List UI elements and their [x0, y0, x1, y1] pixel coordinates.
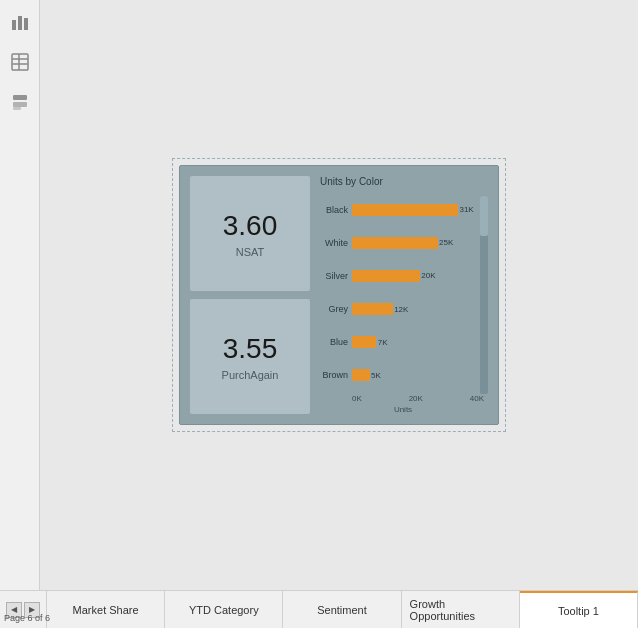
- bar-row: White25K: [318, 234, 488, 252]
- axis-label-20k: 20K: [409, 394, 423, 403]
- bar-value: 7K: [378, 338, 388, 347]
- svg-rect-9: [13, 107, 21, 110]
- sidebar: [0, 0, 40, 590]
- chart-area: Black31KWhite25KSilver20KGrey12KBlue7KBr…: [318, 193, 488, 392]
- purch-again-label: PurchAgain: [222, 369, 279, 381]
- bar-value: 25K: [439, 238, 453, 247]
- chart-axis: 0K 20K 40K: [318, 394, 488, 403]
- chart-scrollbar[interactable]: [480, 196, 488, 394]
- tab-tooltip-1[interactable]: Tooltip 1: [520, 591, 638, 628]
- svg-rect-2: [24, 18, 28, 30]
- bar-fill: [352, 270, 420, 282]
- tab-sentiment[interactable]: Sentiment: [283, 591, 401, 628]
- left-panel: 3.60 NSAT 3.55 PurchAgain: [190, 176, 310, 414]
- bar-label: Black: [318, 205, 348, 215]
- bar-label: Brown: [318, 370, 348, 380]
- bar-chart-icon[interactable]: [8, 10, 32, 34]
- bar-row: Silver20K: [318, 267, 488, 285]
- bar-row: Blue7K: [318, 333, 488, 351]
- axis-label-40k: 40K: [470, 394, 484, 403]
- bar-fill: [352, 336, 376, 348]
- page-label: Page 6 of 6: [4, 613, 50, 623]
- nsat-label: NSAT: [236, 246, 265, 258]
- bar-row: Black31K: [318, 201, 488, 219]
- bar-label: Blue: [318, 337, 348, 347]
- bar-label: White: [318, 238, 348, 248]
- bar-track: 31K: [352, 204, 488, 216]
- svg-rect-7: [13, 95, 27, 100]
- purch-again-value: 3.55: [223, 333, 278, 365]
- bar-fill: [352, 237, 438, 249]
- tab-bar: ◀ ▶ Market Share YTD Category Sentiment …: [0, 590, 638, 628]
- bar-row: Grey12K: [318, 300, 488, 318]
- bar-value: 31K: [459, 205, 473, 214]
- bar-track: 5K: [352, 369, 488, 381]
- bar-track: 12K: [352, 303, 488, 315]
- tab-market-share[interactable]: Market Share: [47, 591, 165, 628]
- page-indicator: Page 6 of 6: [0, 608, 50, 628]
- bar-label: Silver: [318, 271, 348, 281]
- nsat-value: 3.60: [223, 210, 278, 242]
- layers-icon[interactable]: [8, 90, 32, 114]
- svg-rect-8: [13, 102, 27, 107]
- bar-value: 20K: [421, 271, 435, 280]
- main-content: 3.60 NSAT 3.55 PurchAgain Units by Color…: [40, 0, 638, 590]
- svg-rect-1: [18, 16, 22, 30]
- bar-value: 12K: [394, 305, 408, 314]
- table-icon[interactable]: [8, 50, 32, 74]
- chart-scrollbar-thumb: [480, 196, 488, 236]
- nsat-box: 3.60 NSAT: [190, 176, 310, 291]
- tab-ytd-category[interactable]: YTD Category: [165, 591, 283, 628]
- chart-title: Units by Color: [318, 176, 488, 187]
- bar-row: Brown5K: [318, 366, 488, 384]
- units-by-color-chart: Units by Color Black31KWhite25KSilver20K…: [318, 176, 488, 414]
- tab-growth-opportunities[interactable]: Growth Opportunities: [402, 591, 520, 628]
- bar-value: 5K: [371, 371, 381, 380]
- bar-fill: [352, 369, 370, 381]
- bar-fill: [352, 204, 458, 216]
- bar-fill: [352, 303, 393, 315]
- svg-rect-3: [12, 54, 28, 70]
- purch-again-box: 3.55 PurchAgain: [190, 299, 310, 414]
- tooltip-card: 3.60 NSAT 3.55 PurchAgain Units by Color…: [179, 165, 499, 425]
- axis-label-0k: 0K: [352, 394, 362, 403]
- bar-track: 7K: [352, 336, 488, 348]
- svg-rect-0: [12, 20, 16, 30]
- bar-label: Grey: [318, 304, 348, 314]
- axis-title: Units: [318, 405, 488, 414]
- bar-track: 25K: [352, 237, 488, 249]
- bar-track: 20K: [352, 270, 488, 282]
